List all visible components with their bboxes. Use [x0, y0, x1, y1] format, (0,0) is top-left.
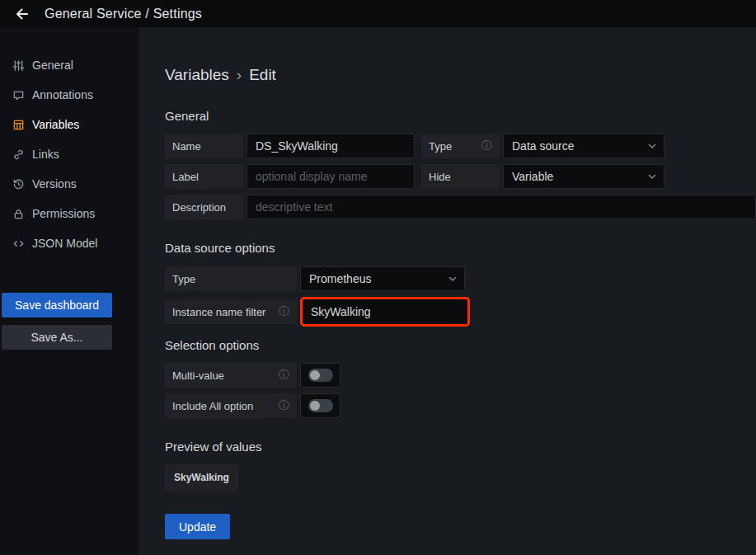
- hide-label: Hide: [421, 164, 500, 189]
- toggle-knob: [310, 401, 320, 411]
- breadcrumb-separator: ›: [237, 66, 242, 84]
- info-icon[interactable]: ⓘ: [279, 398, 289, 413]
- include-all-toggle[interactable]: [300, 393, 340, 418]
- info-icon[interactable]: ⓘ: [481, 139, 492, 153]
- info-icon[interactable]: ⓘ: [279, 304, 289, 319]
- multi-value-label: Multi-value ⓘ: [165, 363, 297, 388]
- toggle-track: [308, 399, 333, 412]
- variables-edit-panel: Variables › Edit General Name Type ⓘ Dat…: [139, 27, 756, 555]
- link-icon: [12, 148, 25, 161]
- multi-value-row: Multi-value ⓘ: [165, 363, 756, 388]
- name-input[interactable]: [247, 134, 415, 158]
- preview-heading: Preview of values: [165, 440, 756, 454]
- sidebar-item-label: General: [32, 59, 73, 72]
- hide-select[interactable]: Variable: [503, 164, 664, 189]
- description-row: Description: [165, 195, 756, 219]
- sidebar-item-general[interactable]: General: [0, 50, 139, 80]
- multi-value-toggle[interactable]: [300, 363, 340, 388]
- name-type-row: Name Type ⓘ Data source: [165, 134, 756, 158]
- app-window: General Service / Settings General An: [0, 0, 756, 555]
- sidebar-item-label: Annotations: [32, 88, 93, 101]
- red-highlight-annotation: [300, 297, 470, 327]
- info-icon[interactable]: ⓘ: [279, 368, 289, 383]
- breadcrumb-section: Variables: [165, 66, 229, 84]
- sidebar-item-variables[interactable]: Variables: [0, 110, 139, 139]
- settings-sidebar: General Annotations Variables: [0, 27, 139, 555]
- datasource-type-select[interactable]: Prometheus: [300, 266, 465, 291]
- description-input[interactable]: [247, 195, 756, 219]
- type-select[interactable]: Data source: [503, 134, 664, 158]
- label-label: Label: [165, 164, 243, 189]
- datasource-options-heading: Data source options: [165, 241, 756, 255]
- lock-icon: [12, 207, 25, 220]
- label-input[interactable]: [247, 164, 415, 189]
- history-icon: [12, 177, 25, 190]
- datasource-type-label: Type: [165, 266, 297, 291]
- sidebar-item-versions[interactable]: Versions: [0, 169, 139, 199]
- comment-icon: [12, 88, 25, 101]
- name-label: Name: [165, 134, 243, 158]
- sidebar-item-annotations[interactable]: Annotations: [0, 80, 139, 110]
- sidebar-item-links[interactable]: Links: [0, 139, 139, 169]
- chevron-down-icon: [647, 141, 657, 151]
- sidebar-item-json-model[interactable]: JSON Model: [0, 228, 139, 258]
- instance-name-filter-input[interactable]: [303, 299, 467, 324]
- sidebar-item-label: Variables: [32, 118, 79, 131]
- sidebar-item-label: Permissions: [32, 207, 95, 220]
- sidebar-item-label: JSON Model: [32, 237, 97, 250]
- label-hide-row: Label Hide Variable: [165, 164, 756, 189]
- topbar: General Service / Settings: [0, 0, 756, 27]
- save-dashboard-button[interactable]: Save dashboard: [2, 293, 112, 317]
- preview-value-chip: SkyWalking: [165, 464, 238, 491]
- chevron-down-icon: [448, 274, 458, 284]
- save-as-button[interactable]: Save As...: [2, 325, 112, 350]
- toggle-track: [308, 369, 333, 382]
- sidebar-item-permissions[interactable]: Permissions: [0, 199, 139, 228]
- sidebar-item-label: Versions: [32, 177, 77, 190]
- datasource-type-row: Type Prometheus: [165, 266, 756, 291]
- sidebar-item-label: Links: [32, 148, 59, 161]
- selection-options-heading: Selection options: [165, 338, 756, 352]
- instance-name-filter-label: Instance name filter ⓘ: [165, 299, 297, 324]
- description-label: Description: [165, 195, 243, 219]
- breadcrumb-page: Edit: [249, 66, 276, 84]
- page-title: Variables › Edit: [165, 66, 756, 84]
- instance-name-filter-row: Instance name filter ⓘ: [165, 297, 756, 327]
- table-icon: [12, 118, 25, 131]
- include-all-label: Include All option ⓘ: [165, 393, 297, 418]
- chevron-down-icon: [647, 172, 657, 181]
- toggle-knob: [310, 370, 320, 380]
- type-label: Type ⓘ: [421, 134, 500, 158]
- update-button[interactable]: Update: [165, 514, 230, 539]
- include-all-row: Include All option ⓘ: [165, 393, 756, 418]
- sliders-icon: [12, 59, 25, 72]
- back-arrow-icon[interactable]: [12, 3, 33, 25]
- general-section-heading: General: [165, 109, 756, 123]
- code-brackets-icon: [12, 237, 25, 250]
- page-breadcrumb-title: General Service / Settings: [45, 7, 202, 21]
